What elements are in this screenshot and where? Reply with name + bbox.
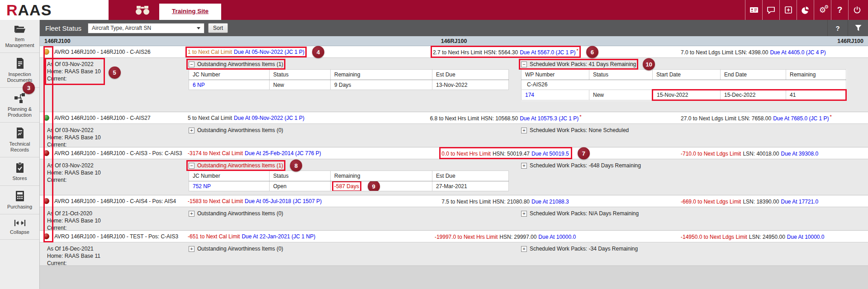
sidebar-item-technical-records[interactable]: Technical Records	[0, 123, 39, 157]
aircraft-name: AVRO 146RJ100 - 146RJ100 - C-AIS3 - Pos:…	[54, 150, 188, 156]
fleet-status-toolbar: Fleet Status Aircraft Type, Aircraft SN …	[40, 20, 868, 36]
ldgs-due-link[interactable]: Due At 4405.0 (JC 4 P)	[770, 49, 825, 56]
sidebar-item-stores[interactable]: Stores	[0, 157, 39, 186]
aircraft-row: AVRO 146RJ100 - 146RJ100 - C-AIS3 - Pos:…	[40, 147, 868, 159]
as-of-block: As Of 03-Nov-2022 Home: RAAS Base 10 Cur…	[47, 126, 103, 149]
settings-gears-icon[interactable]: ⚙⚙	[814, 0, 831, 20]
ldgs-due-link[interactable]: Due At 17721.0	[781, 199, 818, 205]
pie-chart-icon[interactable]	[797, 0, 814, 20]
aircraft-name: AVRO 146RJ100 - 146RJ100 - C-AIS4 - Pos:…	[54, 198, 188, 204]
sort-button[interactable]: Sort	[208, 23, 228, 33]
cal-due-link[interactable]: Due At 22-Jan-2021 (JC 1 NP)	[242, 233, 315, 240]
group-header-center: 146RJ100	[40, 36, 868, 46]
cal-due-link[interactable]: Due At 09-Nov-2022 (JC 1 P)	[234, 115, 304, 121]
hrs-due-link[interactable]: Due At 10000.0	[538, 234, 576, 240]
aircraft-name: AVRO 146RJ100 - 146RJ100 - C-AIS27	[54, 115, 188, 121]
power-icon[interactable]	[848, 0, 865, 20]
inspection-document-icon	[1, 57, 38, 69]
expand-toggle-icon[interactable]: +	[521, 211, 527, 217]
sidebar-item-inspection-documents[interactable]: Inspection Documents	[0, 53, 39, 88]
sort-field-select[interactable]: Aircraft Type, Aircraft SN	[88, 23, 204, 33]
work-packs-toggle-row: +Scheduled Work Packs: N/A Days Remainin…	[521, 210, 639, 217]
expand-toggle-icon[interactable]: +	[189, 246, 194, 252]
ldgs-due-link[interactable]: Due At 39308.0	[781, 151, 818, 157]
hrs-due-link[interactable]: Due At 50019.5	[531, 151, 569, 157]
cal-due-link[interactable]: Due At 05-Nov-2022 (JC 1 P)	[234, 49, 304, 55]
wp-start-date: 15-Nov-2022	[653, 90, 721, 100]
expand-toggle-icon[interactable]: +	[189, 128, 194, 133]
work-packs-label: Scheduled Work Packs: -648 Days Remainin…	[530, 162, 641, 169]
fleet-status-page: RAAS Training Site ⚙⚙ ?	[0, 0, 868, 289]
cal-due-link[interactable]: Due At 05-Jul-2018 (JC 1507 P)	[245, 198, 322, 204]
col-header: JC Number	[189, 70, 270, 80]
toolbar-help-icon[interactable]: ?	[828, 24, 848, 32]
clipboard-check-icon	[1, 162, 38, 173]
sidebar-item-collapse[interactable]: Collapse	[0, 214, 39, 240]
col-header: Start Date	[653, 70, 721, 80]
sidebar-item-purchasing[interactable]: Purchasing	[0, 186, 39, 214]
current-label: Current:	[47, 141, 101, 148]
hrs-limit-cell: -19997.0 to Next Hrs LimitHSN: 29997.00D…	[435, 232, 577, 240]
col-header: Status	[270, 171, 331, 181]
logo-letters-aas: AAS	[18, 1, 52, 19]
ldgs-limit-cell: 7.0 to Next Ldgs LimitLSN: 4398.00Due At…	[681, 49, 827, 56]
wp-number-link[interactable]: 174	[525, 92, 534, 98]
chat-icon[interactable]	[762, 0, 779, 20]
sidebar-item-label: Collapse	[1, 229, 38, 235]
tab-training-site[interactable]: Training Site	[159, 4, 221, 20]
sidebar-item-planning-production[interactable]: 3 Planning & Production	[0, 88, 39, 123]
hrs-limit-text: 2.7 to Next Hrs Limit	[433, 49, 482, 56]
main-content: Fleet Status Aircraft Type, Aircraft SN …	[40, 20, 868, 289]
expand-toggle-icon[interactable]: +	[521, 128, 527, 133]
filter-funnel-icon[interactable]	[848, 24, 868, 32]
hrs-limit-cell: 2.7 to Next Hrs LimitHSN: 5564.30Due At …	[433, 48, 579, 56]
wp-remaining: 41	[786, 90, 846, 100]
expand-toggle-icon[interactable]: +	[521, 246, 527, 252]
toolbar-right-icons: ?	[827, 20, 868, 36]
sitemap-icon	[1, 92, 38, 104]
wp-status: New	[589, 90, 653, 100]
calculator-icon	[1, 190, 38, 202]
cal-limit-cell: 1 to Next Cal LimitDue At 05-Nov-2022 (J…	[188, 49, 304, 55]
expand-toggle-icon[interactable]: +	[521, 163, 527, 169]
new-window-icon[interactable]	[779, 0, 797, 20]
status-indicator	[43, 115, 49, 121]
airworthiness-label: Outstanding Airworthiness Items (0)	[197, 210, 283, 217]
annotation-badge-4: 4	[312, 46, 324, 58]
expand-toggle-icon[interactable]: +	[189, 211, 194, 217]
ldgs-limit-cell: 27.0 to Next Ldgs LimitLSN: 7658.00Due A…	[681, 115, 832, 122]
cal-due-link[interactable]: Due At 25-Feb-2014 (JC 776 P)	[245, 150, 321, 156]
hrs-limit-cell: 6.8 to Next Hrs LimitHSN: 10568.50Due At…	[430, 114, 581, 122]
id-card-icon[interactable]	[745, 0, 762, 20]
hrs-due-link[interactable]: Due At 10575.3 (JC 1 P)	[520, 115, 579, 122]
ldgs-due-link[interactable]: Due At 7685.0 (JC 1 P)	[773, 115, 829, 122]
help-icon[interactable]: ?	[831, 0, 848, 20]
status-indicator	[43, 49, 49, 55]
home-base: Home: RAAS Base 10	[47, 169, 101, 176]
hrs-due-link[interactable]: Due At 5567.0 (JC 1 P)	[520, 49, 575, 56]
collapse-toggle-icon[interactable]: −	[189, 62, 194, 67]
home-base: Home: RAAS Base 11	[47, 252, 100, 260]
col-header: JC Number	[189, 171, 270, 181]
cal-limit-text: 5 to Next Cal Limit	[188, 115, 232, 121]
hrs-limit-text: 7.5 to Next Hrs Limit	[441, 199, 491, 205]
aircraft-name: AVRO 146RJ100 - 146RJ100 - C-AIS26	[54, 49, 188, 55]
current-label: Current:	[47, 176, 101, 184]
alert-asterisk: *	[830, 114, 832, 119]
jc-number-link[interactable]: 752 NP	[193, 183, 211, 190]
aircraft-row: AVRO 146RJ100 - 146RJ100 - C-AIS27 5 to …	[40, 112, 868, 124]
ldgs-due-link[interactable]: Due At 10000.0	[787, 234, 825, 240]
wp-end-date: 15-Dec-2022	[721, 90, 786, 100]
collapse-toggle-icon[interactable]: −	[189, 163, 194, 169]
collapse-icon	[1, 219, 38, 227]
aircraft-detail-row: As Of 03-Nov-2022 Home: RAAS Base 10 Cur…	[40, 124, 868, 147]
sidebar-item-item-management[interactable]: Item Management	[0, 20, 39, 53]
jc-number-link[interactable]: 6 NP	[193, 82, 205, 88]
collapse-toggle-icon[interactable]: −	[521, 62, 527, 67]
hrs-due-link[interactable]: Due At 21088.3	[531, 199, 569, 205]
fleet-rows: AVRO 146RJ100 - 146RJ100 - C-AIS26 1 to …	[40, 46, 868, 289]
home-base: Home: RAAS Base 10	[47, 68, 101, 75]
annotation-badge-8: 8	[290, 160, 302, 172]
folder-icon	[1, 24, 38, 34]
aircraft-row: AVRO 146RJ100 - 146RJ100 - TEST - Pos: C…	[40, 231, 868, 242]
